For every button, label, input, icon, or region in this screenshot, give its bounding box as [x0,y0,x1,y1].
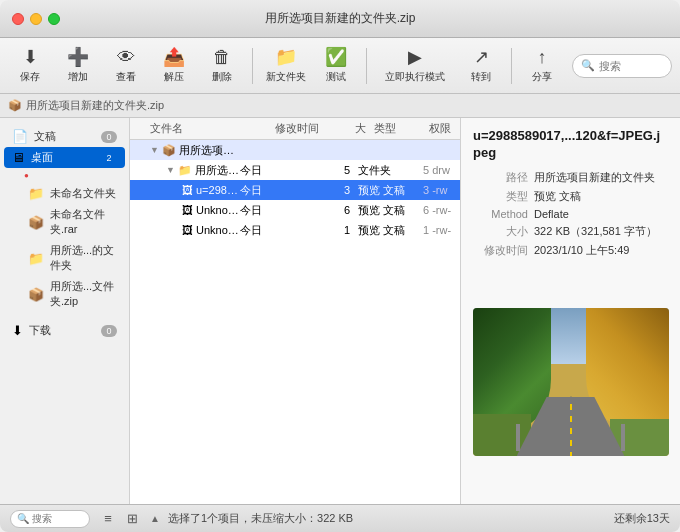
toolbar: ⬇ 保存 ➕ 增加 👁 查看 📤 解压 🗑 删除 📁 新文件夹 ✅ 测试 ▶ 立… [0,38,680,94]
view-button[interactable]: 👁 查看 [104,42,148,90]
expand-icon: ▼ [150,145,162,155]
status-select-icon: ▲ [150,513,160,524]
status-bar: 🔍 ≡ ⊞ ▲ 选择了1个项目，未压缩大小：322 KB 还剩余13天 [0,504,680,532]
toolbar-search-input[interactable] [599,60,669,72]
file-date: 今日 [240,223,320,238]
sidebar-item-desktop[interactable]: 🖥 桌面 2 [4,147,125,168]
zip-icon: 📦 [162,144,176,157]
goto-icon: ↗ [469,47,493,67]
info-key-size: 大小 [473,224,528,239]
col-perm-header[interactable]: 权限 [421,121,460,136]
toolbar-separator-2 [366,48,367,84]
info-val-modified: 2023/1/10 上午5:49 [534,243,668,258]
folder-icon: 📁 [178,164,192,177]
info-val-path: 用所选项目新建的文件夹 [534,170,668,185]
run-icon: ▶ [403,47,427,67]
grid-view-icon[interactable]: ⊞ [122,509,142,529]
file-size: 1 [320,224,350,236]
status-search-input[interactable] [32,513,92,524]
info-panel: u=2988589017,...120&f=JPEG.jpeg 路径 用所选项目… [460,118,680,504]
delete-button[interactable]: 🗑 删除 [200,42,244,90]
sidebar-item-documents[interactable]: 📄 文稿 0 [4,126,125,147]
run-button[interactable]: ▶ 立即执行模式 [375,42,455,90]
file-type: 预览 文稿 [350,183,415,198]
close-button[interactable] [12,13,24,25]
sidebar-item-selected-folder[interactable]: 📁 用所选...的文件夹 [20,240,125,276]
downloads-icon: ⬇ [12,323,23,338]
save-button[interactable]: ⬇ 保存 [8,42,52,90]
status-icons: ≡ ⊞ [98,509,142,529]
info-row-path: 路径 用所选项目新建的文件夹 [461,168,680,187]
preview-area [461,260,680,504]
toolbar-separator [252,48,253,84]
file-perm: 6 -rw- [415,204,460,216]
info-row-type: 类型 预览 文稿 [461,187,680,206]
run-label: 立即执行模式 [385,70,445,84]
info-val-type: 预览 文稿 [534,189,668,204]
list-view-icon[interactable]: ≡ [98,509,118,529]
file-name-text: u=298...EG.jpeg [196,184,240,196]
col-type-header[interactable]: 类型 [366,121,421,136]
test-button[interactable]: ✅ 测试 [314,42,358,90]
file-perm: 1 -rw- [415,224,460,236]
documents-icon: 📄 [12,129,28,144]
desktop-icon: 🖥 [12,150,25,165]
delete-icon: 🗑 [210,47,234,67]
file-date: 今日 [240,183,320,198]
table-row[interactable]: ▼ 📁 用所选项...的文件夹 今日 5 文件夹 5 drw [130,160,460,180]
goto-button[interactable]: ↗ 转到 [459,42,503,90]
extract-button[interactable]: 📤 解压 [152,42,196,90]
file-date: 今日 [240,203,320,218]
file-type: 预览 文稿 [350,223,415,238]
new-folder-button[interactable]: 📁 新文件夹 [261,42,310,90]
path-icon: 📦 [8,99,22,112]
col-date-header[interactable]: 修改时间 [275,121,341,136]
status-search-icon: 🔍 [17,513,29,524]
add-button[interactable]: ➕ 增加 [56,42,100,90]
file-size: 3 [320,184,350,196]
info-key-path: 路径 [473,170,528,185]
title-bar: 用所选项目新建的文件夹.zip [0,0,680,38]
table-row[interactable]: ▼ 📦 用所选项目新建的文件夹.zip [130,140,460,160]
col-name-header[interactable]: 文件名 [130,121,275,136]
status-remaining-text: 还剩余13天 [614,511,670,526]
info-val-method: Deflate [534,208,668,220]
expand-icon: ▼ [166,165,178,175]
image-icon: 🖼 [182,204,193,216]
table-row[interactable]: 🖼 Unknown-1.jpeg 今日 6 预览 文稿 6 -rw- [130,200,460,220]
selected-folder-icon: 📁 [28,251,44,266]
rar-icon: 📦 [28,215,44,230]
path-bar: 📦 用所选项目新建的文件夹.zip [0,94,680,118]
image-icon: 🖼 [182,184,193,196]
file-name-text: 用所选项目新建的文件夹.zip [179,143,240,158]
sidebar: 📄 文稿 0 🖥 桌面 2 ● 📁 未命名文件夹 📦 未命名文件夹.rar 📁 [0,118,130,504]
table-row[interactable]: 🖼 u=298...EG.jpeg 今日 3 预览 文稿 3 -rw [130,180,460,200]
col-size-header[interactable]: 大 [341,121,366,136]
file-perm: 3 -rw [415,184,460,196]
info-row-modified: 修改时间 2023/1/10 上午5:49 [461,241,680,260]
image-icon: 🖼 [182,224,193,236]
minimize-button[interactable] [30,13,42,25]
status-search-box[interactable]: 🔍 [10,510,90,528]
table-row[interactable]: 🖼 Unknown.jpeg 今日 1 预览 文稿 1 -rw- [130,220,460,240]
save-label: 保存 [20,70,40,84]
info-title: u=2988589017,...120&f=JPEG.jpeg [461,118,680,168]
share-button[interactable]: ↑ 分享 [520,42,564,90]
maximize-button[interactable] [48,13,60,25]
info-key-type: 类型 [473,189,528,204]
file-size: 6 [320,204,350,216]
goto-label: 转到 [471,70,491,84]
sidebar-item-dot[interactable]: ● [20,168,125,183]
test-label: 测试 [326,70,346,84]
sidebar-item-downloads[interactable]: ⬇ 下载 0 [4,320,125,341]
new-folder-label: 新文件夹 [266,70,306,84]
file-type: 预览 文稿 [350,203,415,218]
test-icon: ✅ [324,47,348,67]
file-list-header: 文件名 修改时间 大 类型 权限 [130,118,460,140]
window-title: 用所选项目新建的文件夹.zip [265,10,416,27]
sidebar-item-selected-zip[interactable]: 📦 用所选...文件夹.zip [20,276,125,312]
sidebar-item-unnamed-file[interactable]: 📁 未命名文件夹 [20,183,125,204]
toolbar-search-box[interactable]: 🔍 [572,54,672,78]
sidebar-item-unnamed-rar[interactable]: 📦 未命名文件夹.rar [20,204,125,240]
delete-label: 删除 [212,70,232,84]
